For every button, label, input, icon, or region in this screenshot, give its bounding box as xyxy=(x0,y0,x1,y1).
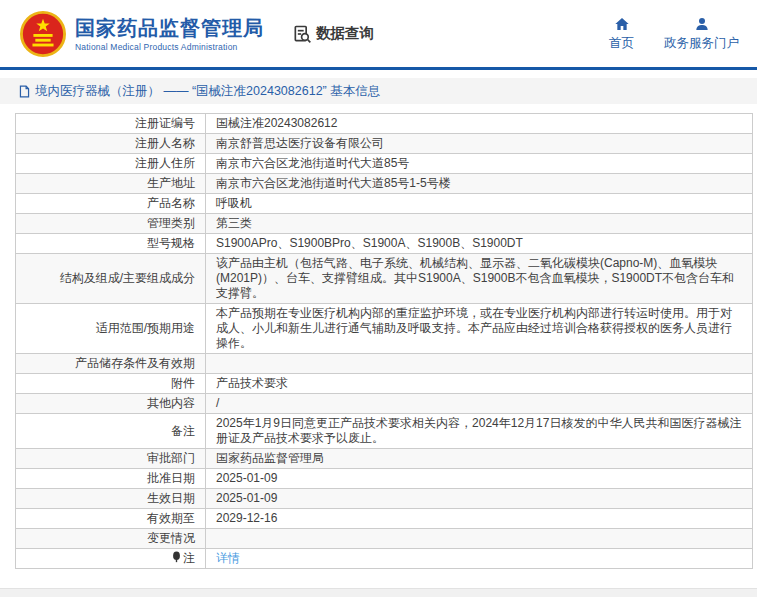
row-value: 该产品由主机（包括气路、电子系统、机械结构、显示器、二氧化碳模块(Capno-M… xyxy=(216,256,734,300)
row-value-cell: 产品技术要求 xyxy=(206,374,753,394)
row-value-cell: 2029-12-16 xyxy=(206,509,753,529)
row-label-text: 生产地址 xyxy=(147,176,195,190)
row-label-text: 注册人名称 xyxy=(135,136,195,150)
row-label: 产品储存条件及有效期 xyxy=(16,354,206,374)
row-label: 审批部门 xyxy=(16,449,206,469)
row-value: / xyxy=(216,396,219,410)
row-label-text: 管理类别 xyxy=(147,216,195,230)
row-label: 批准日期 xyxy=(16,469,206,489)
row-value: 2025年1月9日同意更正产品技术要求相关内容，2024年12月17日核发的中华… xyxy=(216,416,741,445)
breadcrumb: 境内医疗器械（注册） —— “国械注准20243082612” 基本信息 xyxy=(0,78,757,104)
table-row: 注册证编号国械注准20243082612 xyxy=(16,114,753,134)
row-label-text: 批准日期 xyxy=(147,471,195,485)
row-label-text: 注册人住所 xyxy=(135,156,195,170)
table-row: 其他内容/ xyxy=(16,394,753,414)
row-value: 本产品预期在专业医疗机构内部的重症监护环境，或在专业医疗机构内部进行转运时使用。… xyxy=(216,306,732,350)
registration-info-table: 注册证编号国械注准20243082612注册人名称南京舒普思达医疗设备有限公司注… xyxy=(15,113,753,569)
row-value-cell: 该产品由主机（包括气路、电子系统、机械结构、显示器、二氧化碳模块(Capno-M… xyxy=(206,254,753,304)
row-label: 型号规格 xyxy=(16,234,206,254)
row-value: 国家药品监督管理局 xyxy=(216,451,324,465)
agency-title-block: 国家药品监督管理局 National Medical Products Admi… xyxy=(75,16,264,52)
nav-home-label: 首页 xyxy=(609,35,634,52)
table-row: 附件产品技术要求 xyxy=(16,374,753,394)
row-value-cell: S1900APro、S1900BPro、S1900A、S1900B、S1900D… xyxy=(206,234,753,254)
row-label-text: 注册证编号 xyxy=(135,116,195,130)
table-row: 生效日期2025-01-09 xyxy=(16,489,753,509)
row-value: 产品技术要求 xyxy=(216,376,288,390)
row-value-cell xyxy=(206,529,753,549)
row-label: 注册人名称 xyxy=(16,134,206,154)
table-row: 变更情况 xyxy=(16,529,753,549)
home-icon xyxy=(614,16,630,32)
row-label: 注册证编号 xyxy=(16,114,206,134)
table-row: 产品储存条件及有效期 xyxy=(16,354,753,374)
table-row: 审批部门国家药品监督管理局 xyxy=(16,449,753,469)
detail-link[interactable]: 详情 xyxy=(216,551,240,565)
nav-portal-label: 政务服务门户 xyxy=(664,35,739,52)
agency-name-cn: 国家药品监督管理局 xyxy=(75,16,264,40)
row-label: 结构及组成/主要组成成分 xyxy=(16,254,206,304)
row-value-cell: 2025-01-09 xyxy=(206,469,753,489)
row-label-text: 型号规格 xyxy=(147,236,195,250)
header: 国家药品监督管理局 National Medical Products Admi… xyxy=(0,0,757,70)
row-label-text: 适用范围/预期用途 xyxy=(96,321,195,335)
footer-strip xyxy=(0,588,757,597)
table-row: 注册人名称南京舒普思达医疗设备有限公司 xyxy=(16,134,753,154)
row-label-text: 变更情况 xyxy=(147,531,195,545)
row-value-cell: 第三类 xyxy=(206,214,753,234)
row-label: 适用范围/预期用途 xyxy=(16,304,206,354)
table-row: 生产地址南京市六合区龙池街道时代大道85号1-5号楼 xyxy=(16,174,753,194)
row-label: 有效期至 xyxy=(16,509,206,529)
row-value-cell: 国械注准20243082612 xyxy=(206,114,753,134)
row-value-cell: 详情 xyxy=(206,549,753,569)
row-label: 注册人住所 xyxy=(16,154,206,174)
row-value-cell: 2025-01-09 xyxy=(206,489,753,509)
nav-portal[interactable]: 政务服务门户 xyxy=(664,16,739,52)
nav-data-query[interactable]: 数据查询 xyxy=(292,24,374,44)
row-value: 南京市六合区龙池街道时代大道85号 xyxy=(216,156,409,170)
row-label: 其他内容 xyxy=(16,394,206,414)
row-value-cell xyxy=(206,354,753,374)
breadcrumb-text: 境内医疗器械（注册） —— “国械注准20243082612” 基本信息 xyxy=(35,83,380,100)
row-label-text: 注 xyxy=(183,551,195,565)
note-icon xyxy=(172,551,181,563)
row-value-cell: 呼吸机 xyxy=(206,194,753,214)
table-row: 有效期至2029-12-16 xyxy=(16,509,753,529)
row-label-text: 产品名称 xyxy=(147,196,195,210)
row-value: 南京舒普思达医疗设备有限公司 xyxy=(216,136,384,150)
row-label-text: 备注 xyxy=(171,424,195,438)
row-label-text: 产品储存条件及有效期 xyxy=(75,356,195,370)
row-value: 2025-01-09 xyxy=(216,491,277,505)
row-label-text: 有效期至 xyxy=(147,511,195,525)
row-label: 备注 xyxy=(16,414,206,449)
table-row: 注册人住所南京市六合区龙池街道时代大道85号 xyxy=(16,154,753,174)
nav-home[interactable]: 首页 xyxy=(609,16,634,52)
row-label: 注 xyxy=(16,549,206,569)
row-label: 生产地址 xyxy=(16,174,206,194)
table-row: 适用范围/预期用途本产品预期在专业医疗机构内部的重症监护环境，或在专业医疗机构内… xyxy=(16,304,753,354)
row-label-text: 其他内容 xyxy=(147,396,195,410)
user-icon xyxy=(694,16,710,32)
table-row: 型号规格S1900APro、S1900BPro、S1900A、S1900B、S1… xyxy=(16,234,753,254)
row-value: 第三类 xyxy=(216,216,252,230)
data-query-icon xyxy=(292,24,312,44)
row-value-cell: 南京市六合区龙池街道时代大道85号 xyxy=(206,154,753,174)
table-row: 产品名称呼吸机 xyxy=(16,194,753,214)
table-row: 批准日期2025-01-09 xyxy=(16,469,753,489)
row-label: 生效日期 xyxy=(16,489,206,509)
row-value: 2025-01-09 xyxy=(216,471,277,485)
row-label: 变更情况 xyxy=(16,529,206,549)
row-label: 产品名称 xyxy=(16,194,206,214)
header-nav: 首页 政务服务门户 xyxy=(609,16,739,52)
row-label: 附件 xyxy=(16,374,206,394)
row-value-cell: 南京舒普思达医疗设备有限公司 xyxy=(206,134,753,154)
row-value: 南京市六合区龙池街道时代大道85号1-5号楼 xyxy=(216,176,451,190)
row-value-cell: 国家药品监督管理局 xyxy=(206,449,753,469)
row-label: 管理类别 xyxy=(16,214,206,234)
row-label-text: 附件 xyxy=(171,376,195,390)
row-value: 呼吸机 xyxy=(216,196,252,210)
table-row: 注详情 xyxy=(16,549,753,569)
row-value: 2029-12-16 xyxy=(216,511,277,525)
row-label-text: 审批部门 xyxy=(147,451,195,465)
row-value: S1900APro、S1900BPro、S1900A、S1900B、S1900D… xyxy=(216,236,523,250)
